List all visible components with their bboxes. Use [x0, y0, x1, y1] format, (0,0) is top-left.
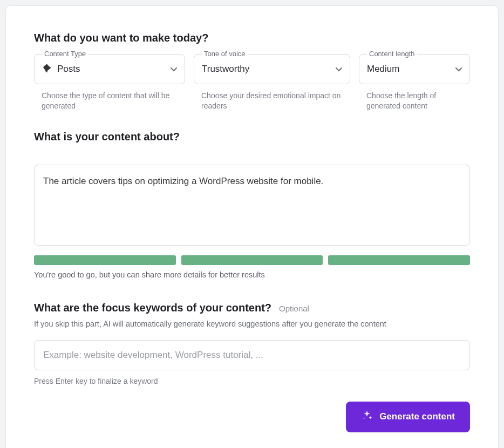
progress-segment — [328, 255, 470, 265]
length-column: Content length Medium Choose the length … — [359, 54, 470, 111]
action-row: Generate content — [34, 402, 470, 432]
pin-icon — [42, 63, 52, 76]
content-type-column: Content Type Posts Choose the type of co… — [34, 54, 185, 111]
keywords-heading-row: What are the focus keywords of your cont… — [34, 302, 470, 314]
content-generator-card: What do you want to make today? Content … — [5, 5, 499, 448]
content-type-value: Posts — [57, 64, 80, 74]
caret-down-icon — [336, 64, 342, 74]
tone-select[interactable]: Tone of voice Trustworthy — [194, 54, 350, 84]
section-heading-keywords: What are the focus keywords of your cont… — [34, 302, 271, 314]
caret-down-icon — [455, 64, 462, 74]
progress-segment — [34, 255, 176, 265]
topic-textarea[interactable] — [34, 165, 470, 246]
content-type-select[interactable]: Content Type Posts — [34, 54, 185, 84]
section-heading-about: What is your content about? — [34, 131, 470, 143]
config-row: Content Type Posts Choose the type of co… — [34, 54, 470, 111]
keywords-hint: Press Enter key to finalize a keyword — [34, 377, 470, 385]
optional-tag: Optional — [279, 304, 309, 313]
length-select[interactable]: Content length Medium — [359, 54, 470, 84]
content-type-label: Content Type — [42, 50, 88, 58]
length-helper: Choose the length of generated content — [359, 91, 470, 111]
progress-segment — [181, 255, 323, 265]
section-heading-make: What do you want to make today? — [34, 32, 470, 44]
progress-text: You're good to go, but you can share mor… — [34, 270, 470, 279]
content-type-helper: Choose the type of content that will be … — [34, 91, 185, 111]
generate-button[interactable]: Generate content — [346, 402, 470, 432]
length-label: Content length — [367, 50, 417, 58]
keywords-subtext: If you skip this part, AI will automatic… — [34, 320, 470, 328]
content-type-value-wrap: Posts — [42, 63, 80, 76]
length-value: Medium — [367, 64, 399, 74]
tone-column: Tone of voice Trustworthy Choose your de… — [194, 54, 350, 111]
keywords-input[interactable] — [34, 340, 470, 370]
tone-value: Trustworthy — [202, 64, 249, 74]
caret-down-icon — [171, 64, 177, 74]
generate-button-label: Generate content — [379, 411, 455, 422]
tone-label: Tone of voice — [202, 50, 248, 58]
sparkles-icon — [361, 410, 373, 424]
progress-bar — [34, 255, 470, 265]
tone-helper: Choose your desired emotional impact on … — [194, 91, 350, 111]
